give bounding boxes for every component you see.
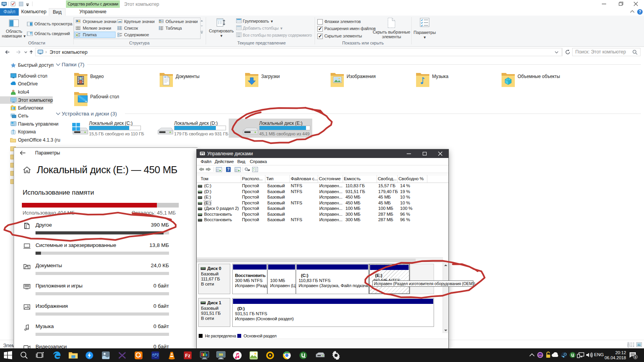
svg-text:AP2: AP2 (152, 353, 159, 357)
svg-text:?: ? (639, 10, 641, 14)
svg-text:Fz: Fz (185, 353, 190, 358)
svg-text:999: 999 (538, 354, 543, 357)
svg-text:99: 99 (219, 353, 223, 357)
svg-text:1: 1 (635, 355, 637, 359)
svg-text:?: ? (227, 167, 229, 172)
